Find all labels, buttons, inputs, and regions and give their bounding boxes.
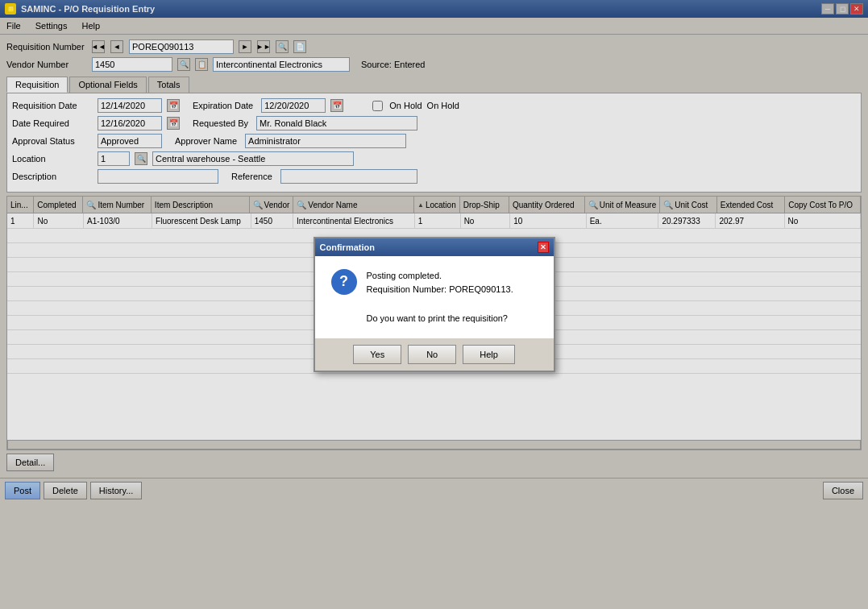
dialog-line3: Do you want to print the requisition? [367,312,513,326]
dialog-overlay: Confirmation ✕ ? Posting completed. Requ… [0,0,868,503]
dialog-close-button[interactable]: ✕ [538,242,549,253]
dialog-icon: ? [331,269,357,295]
dialog-line1: Posting completed. [367,269,513,284]
dialog-text: Posting completed. Requisition Number: P… [367,269,513,325]
dialog-help-button[interactable]: Help [463,345,515,364]
dialog-buttons: Yes No Help [315,338,554,371]
dialog-yes-button[interactable]: Yes [353,345,401,364]
dialog-title: Confirmation [320,242,375,252]
dialog-title-bar: Confirmation ✕ [315,238,554,256]
dialog-line2: Requisition Number: POREQ090113. [367,283,513,297]
dialog-no-button[interactable]: No [408,345,456,364]
confirmation-dialog: Confirmation ✕ ? Posting completed. Requ… [314,237,555,372]
dialog-body: ? Posting completed. Requisition Number:… [315,256,554,338]
